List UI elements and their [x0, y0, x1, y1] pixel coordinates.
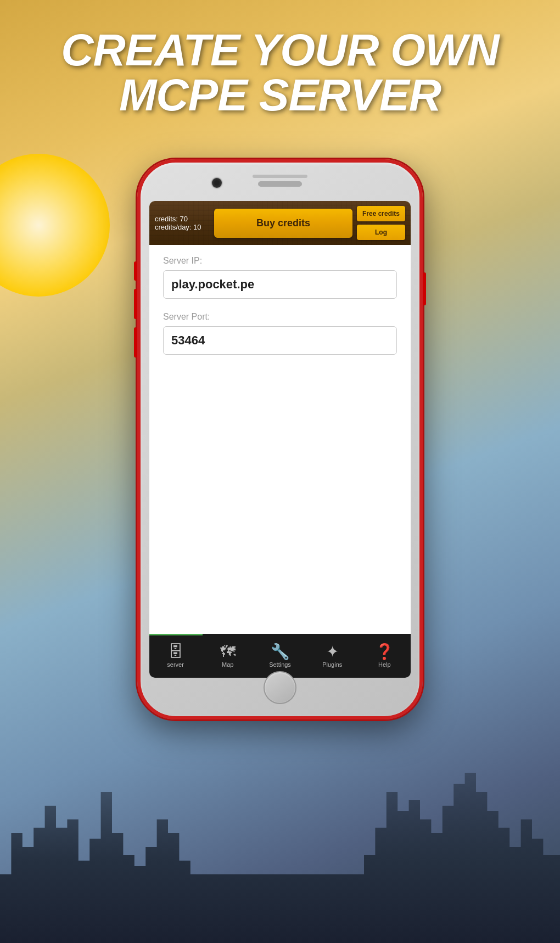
buy-credits-button[interactable]: Buy credits [214, 209, 352, 238]
nav-item-help[interactable]: ❓ Help [359, 634, 411, 678]
server-ip-label: Server IP: [163, 256, 397, 266]
phone-earpiece [253, 175, 307, 178]
volume-down-button [134, 289, 137, 319]
credits-per-day-label: credits/day: 10 [155, 223, 210, 231]
nav-label-help: Help [378, 661, 391, 668]
credits-label: credits: 70 [155, 215, 210, 223]
nav-label-map: Map [222, 661, 233, 668]
title-line1: CREATE YOUR OWN [11, 27, 549, 72]
log-button[interactable]: Log [357, 225, 405, 240]
server-port-input[interactable] [163, 326, 397, 355]
nav-item-plugins[interactable]: ✦ Plugins [306, 634, 359, 678]
server-icon: 🗄 [168, 644, 183, 660]
nav-label-plugins: Plugins [322, 661, 342, 668]
map-icon: 🗺 [220, 644, 236, 660]
app-header: credits: 70 credits/day: 10 Buy credits … [149, 201, 411, 245]
hero-title: CREATE YOUR OWN MCPE SERVER [0, 16, 560, 129]
plugins-icon: ✦ [326, 644, 339, 660]
server-ip-input[interactable] [163, 270, 397, 299]
volume-up-button [134, 261, 137, 281]
right-button-group: Free credits Log [357, 206, 405, 240]
title-line2: MCPE SERVER [11, 72, 549, 118]
silent-button [134, 327, 137, 358]
nav-label-settings: Settings [269, 661, 291, 668]
camera-icon [212, 178, 222, 188]
nav-item-map[interactable]: 🗺 Map [201, 634, 254, 678]
app-content: Server IP: Server Port: [149, 245, 411, 634]
power-button [423, 272, 426, 305]
nav-item-server[interactable]: 🗄 server [149, 634, 201, 678]
nav-label-server: server [167, 661, 184, 668]
home-button[interactable] [264, 671, 296, 704]
phone-screen: credits: 70 credits/day: 10 Buy credits … [149, 201, 411, 678]
phone-mockup: credits: 70 credits/day: 10 Buy credits … [137, 159, 423, 719]
server-port-label: Server Port: [163, 312, 397, 322]
help-icon: ❓ [375, 644, 394, 660]
settings-icon: 🔧 [271, 644, 290, 660]
free-credits-button[interactable]: Free credits [357, 206, 405, 221]
phone-speaker [258, 181, 302, 187]
phone-body: credits: 70 credits/day: 10 Buy credits … [137, 159, 423, 719]
credits-info: credits: 70 credits/day: 10 [155, 215, 210, 231]
